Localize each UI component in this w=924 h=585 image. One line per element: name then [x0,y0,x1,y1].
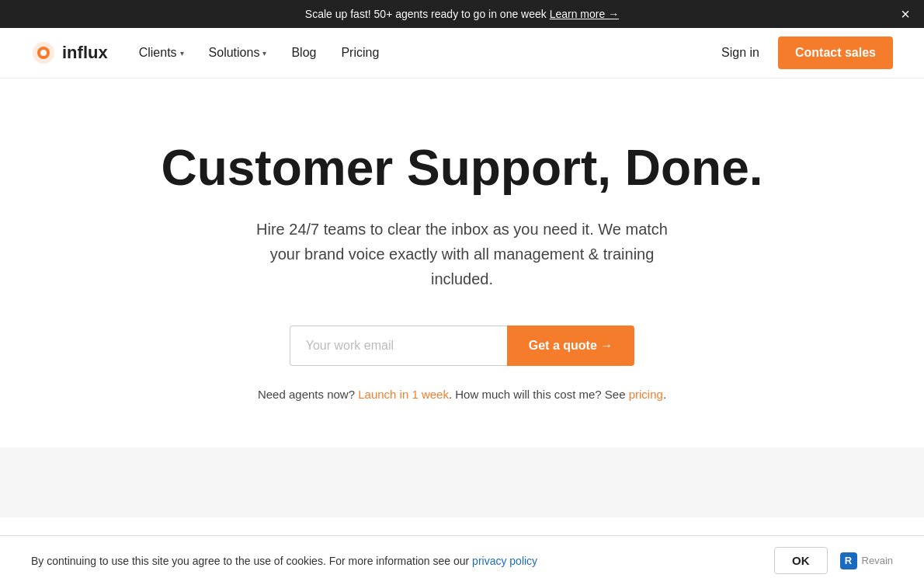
hero-form: Get a quote → [290,326,634,366]
chevron-down-icon: ▾ [262,49,266,57]
nav-links: Clients ▾ Solutions ▾ Blog Pricing [139,46,721,60]
nav-item-blog[interactable]: Blog [291,46,316,60]
logo-icon [31,40,56,65]
hero-note: Need agents now? Launch in 1 week. How m… [258,388,666,401]
logo[interactable]: influx [31,40,108,65]
nav-item-solutions[interactable]: Solutions ▾ [209,46,267,60]
contact-sales-button[interactable]: Contact sales [778,37,893,69]
nav-item-clients[interactable]: Clients ▾ [139,46,184,60]
banner-close-button[interactable]: × [901,6,910,22]
pricing-link[interactable]: pricing [629,388,663,401]
nav-right: Sign in Contact sales [721,37,893,69]
get-quote-button[interactable]: Get a quote → [507,326,634,366]
svg-point-2 [40,50,47,56]
top-banner: Scale up fast! 50+ agents ready to go in… [0,0,924,28]
main-nav: influx Clients ▾ Solutions ▾ Blog Pricin… [0,28,924,78]
hero-subtitle: Hire 24/7 teams to clear the inbox as yo… [245,217,679,291]
launch-link[interactable]: Launch in 1 week [358,388,449,401]
hero-title: Customer Support, Done. [161,141,762,195]
sign-in-link[interactable]: Sign in [721,46,759,60]
email-input[interactable] [290,326,507,366]
chevron-down-icon: ▾ [180,49,184,57]
bottom-section [0,447,924,517]
banner-link[interactable]: Learn more → [550,8,619,20]
logo-text: influx [62,43,108,63]
banner-text: Scale up fast! 50+ agents ready to go in… [305,8,550,20]
nav-item-pricing[interactable]: Pricing [341,46,379,60]
hero-section: Customer Support, Done. Hire 24/7 teams … [0,78,924,447]
